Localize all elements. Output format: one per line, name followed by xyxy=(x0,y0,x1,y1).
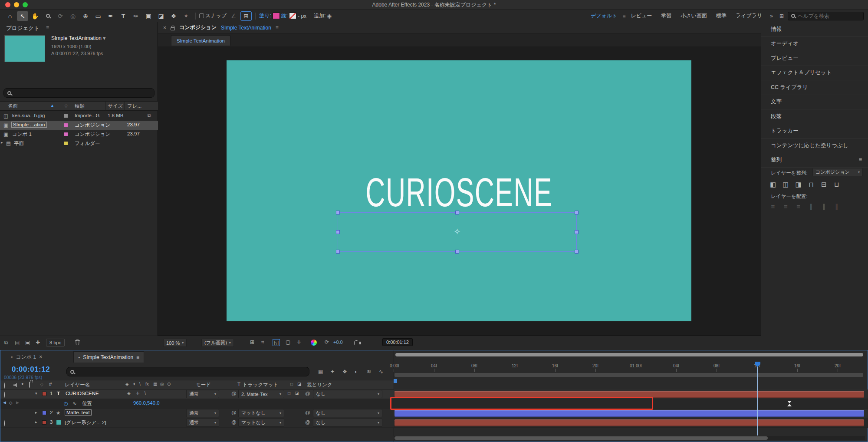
layer-visibility-eye-icon[interactable] xyxy=(4,392,5,398)
parent-pickwhip-icon[interactable]: @ xyxy=(305,391,310,396)
new-folder-icon[interactable]: ▤ xyxy=(15,340,20,346)
panel-tab-cc-libraries[interactable]: CC ライブラリ xyxy=(761,80,868,95)
previous-keyframe-icon[interactable]: ◀ xyxy=(3,400,6,405)
selection-handle[interactable] xyxy=(455,211,459,214)
playhead-line[interactable] xyxy=(757,362,758,435)
layer-2-duration-bar[interactable] xyxy=(395,410,864,417)
distribute-bottom-icon[interactable]: ≡ xyxy=(793,202,804,211)
layer-switch-icon[interactable]: ✛ xyxy=(136,391,139,396)
column-divider[interactable] xyxy=(105,102,105,111)
distribute-right-icon[interactable]: ∥ xyxy=(831,202,842,211)
pan-behind-tool[interactable]: ⊕ xyxy=(80,11,91,21)
column-frames[interactable]: フレ... xyxy=(127,103,141,109)
layer-selection-box[interactable]: ✧ xyxy=(338,212,577,252)
label-column-icon[interactable]: ♢ xyxy=(64,103,68,109)
time-navigator-bar[interactable] xyxy=(395,353,863,356)
mode-column[interactable]: モード xyxy=(196,382,211,388)
parent-pickwhip-icon[interactable]: @ xyxy=(305,419,310,425)
distribute-horizontal-icon[interactable]: ∥ xyxy=(818,202,829,211)
layer-name[interactable]: Matte-Text xyxy=(65,409,92,416)
audio-column-speaker-icon[interactable] xyxy=(13,383,18,387)
project-selected-comp-name[interactable]: SImple TextAnimation ▾ xyxy=(51,35,105,41)
table-row-selected[interactable]: ▣ SImple ...ation コンポジション 23.97 xyxy=(0,121,158,130)
timeline-tab-comp1[interactable]: ▫ コンポ 1 × xyxy=(7,351,46,363)
rotation-tool[interactable]: ⟳ xyxy=(55,11,66,21)
panel-tab-effects-presets[interactable]: エフェクト＆プリセット xyxy=(761,66,868,81)
layer-name[interactable]: [グレー系シア... 2] xyxy=(65,419,106,426)
hide-shy-layers-icon[interactable]: ❖ xyxy=(342,369,347,375)
stroke-width-value[interactable]: - px xyxy=(298,13,306,19)
shy-switch-icon[interactable]: ◈ xyxy=(125,382,129,386)
layer-label-chip[interactable] xyxy=(42,420,46,425)
layer-row-1[interactable]: ▾ 1 T CURIOSCENE ◈ ✛ \ 通常▾ @ 2. Matte-Te… xyxy=(0,389,394,399)
fill-label[interactable]: 塗り: xyxy=(259,12,271,20)
effects-switch-icon[interactable]: fx xyxy=(145,382,149,386)
layer-label-chip[interactable] xyxy=(42,392,46,396)
align-center-vertical-icon[interactable]: ⊟ xyxy=(818,180,829,189)
selection-tool[interactable]: ↖ xyxy=(17,11,28,21)
matte-alpha-icon[interactable]: □ xyxy=(290,382,293,386)
table-row[interactable]: ◫ ken-sua...h.jpg Importe...G 1.8 MB ⧉ xyxy=(0,112,158,121)
layer-number-column[interactable]: # xyxy=(49,382,52,387)
workspace-tab-standard[interactable]: 標準 xyxy=(712,12,730,20)
timeline-search-input[interactable] xyxy=(77,369,306,375)
matte-pickwhip-icon[interactable]: @ xyxy=(231,419,237,425)
label-chip[interactable] xyxy=(64,114,68,118)
trash-icon[interactable] xyxy=(75,339,80,347)
draft-3d-icon[interactable]: ✦ xyxy=(330,369,335,375)
lock-column-icon[interactable] xyxy=(29,382,30,388)
panel-tab-align[interactable]: 整列≡ xyxy=(761,153,868,168)
item-name[interactable]: SImple ...ation xyxy=(11,122,47,128)
next-keyframe-icon[interactable]: ▶ xyxy=(16,400,19,405)
zoom-tool[interactable] xyxy=(42,11,53,21)
choose-grid-icon[interactable]: ⊞ xyxy=(250,339,254,345)
add-keyframe-icon[interactable]: ◇ xyxy=(9,400,13,405)
adjust-icon[interactable]: ✚ xyxy=(36,340,40,346)
matte-pickwhip-icon[interactable]: @ xyxy=(231,410,237,415)
trackmatte-dropdown[interactable]: マットなし▾ xyxy=(238,409,284,417)
matte-alpha-toggle-icon[interactable]: □ xyxy=(288,391,290,396)
label-chip[interactable] xyxy=(64,141,68,145)
workspace-tab-small-screen[interactable]: 小さい画面 xyxy=(677,12,711,20)
type-tool[interactable]: T xyxy=(118,11,129,21)
parent-link-column[interactable]: 親とリンク xyxy=(307,382,332,388)
frame-blending-icon[interactable]: ◐ xyxy=(355,369,358,375)
comp-marker[interactable] xyxy=(394,379,397,383)
column-divider[interactable] xyxy=(125,102,125,111)
position-value[interactable]: 960.0,540.0 xyxy=(133,400,160,406)
layer-row-3[interactable]: ▸ 3 [グレー系シア... 2] 通常▾ @ マットなし▾ @ なし▾ xyxy=(0,418,394,428)
maximize-window-button[interactable] xyxy=(23,2,28,7)
align-target-dropdown[interactable]: コンポジション▾ xyxy=(812,168,863,176)
layer-name[interactable]: CURIOSCENE xyxy=(66,391,99,396)
trackmatte-dropdown[interactable]: 2. Matte-Tex▾ xyxy=(238,390,284,398)
column-divider[interactable] xyxy=(61,102,61,111)
project-preview-thumbnail[interactable] xyxy=(4,35,45,62)
crosshair-icon[interactable]: ✛ xyxy=(297,339,301,345)
expander-icon[interactable]: ▸ xyxy=(35,420,37,424)
more-workspaces-icon[interactable]: » xyxy=(767,13,776,19)
column-type[interactable]: 種類 xyxy=(75,103,85,109)
selection-handle[interactable] xyxy=(455,250,459,254)
column-size[interactable]: サイズ xyxy=(108,103,123,109)
timeline-hscroll-track[interactable] xyxy=(394,436,865,440)
align-right-icon[interactable]: ◨ xyxy=(793,180,804,189)
position-property-label[interactable]: 位置 xyxy=(82,400,92,407)
parent-dropdown[interactable]: なし▾ xyxy=(313,390,382,398)
video-column-eye-icon[interactable] xyxy=(4,383,5,389)
hand-tool[interactable]: ✋ xyxy=(30,11,41,21)
camera-tool[interactable]: ◎ xyxy=(67,11,79,21)
snap-enabled-icon[interactable]: ⊞ xyxy=(240,11,252,21)
panel-menu-icon[interactable]: ≡ xyxy=(859,153,862,168)
help-search-box[interactable] xyxy=(788,12,864,20)
trackmatte-dropdown[interactable]: マットなし▾ xyxy=(238,419,284,427)
project-panel-title[interactable]: プロジェクト xyxy=(6,25,39,32)
quality-switch-icon[interactable]: \ xyxy=(139,382,141,386)
column-divider[interactable] xyxy=(71,102,71,111)
sort-ascending-icon[interactable]: ▲ xyxy=(50,103,54,108)
project-search-input[interactable] xyxy=(14,90,151,96)
distribute-top-icon[interactable]: ≡ xyxy=(767,202,779,211)
new-composition-icon[interactable]: ▣ xyxy=(25,340,30,346)
matte-pickwhip-icon[interactable]: @ xyxy=(231,391,237,396)
timeline-tab-active[interactable]: ▪ SImple TextAnimation ≡ xyxy=(73,351,144,363)
stroke-color-swatch[interactable] xyxy=(289,13,296,19)
